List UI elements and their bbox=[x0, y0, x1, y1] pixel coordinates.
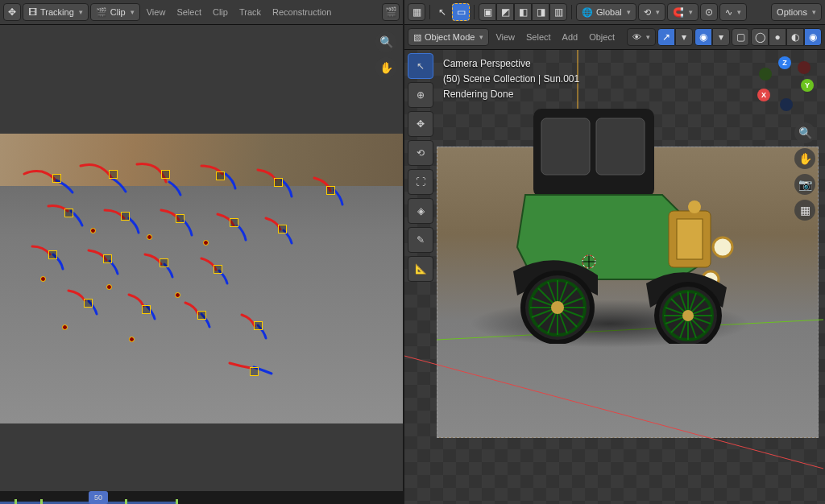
clapper-icon: 🎬 bbox=[96, 7, 107, 18]
menu3d-add[interactable]: Add bbox=[558, 31, 583, 43]
overlay-toggle-icon[interactable]: ◉ bbox=[694, 28, 712, 46]
film-icon: 🎞 bbox=[28, 7, 37, 17]
curve-icon: ∿ bbox=[725, 7, 732, 18]
clip-header: ✥ 🎞 Tracking 🎬 Clip View Select Clip Tra… bbox=[0, 0, 403, 25]
globe-icon: 🌐 bbox=[582, 7, 593, 18]
playhead[interactable]: 50 bbox=[89, 491, 108, 504]
clip-editor-pane: ✥ 🎞 Tracking 🎬 Clip View Select Clip Tra… bbox=[0, 0, 404, 504]
tool-shelf: ↖ ⊕ ✥ ⟲ ⛶ ◈ ✎ 📐 bbox=[408, 53, 433, 282]
svg-point-9 bbox=[713, 238, 732, 257]
overlay-line1: Camera Perspective bbox=[443, 56, 579, 72]
tool-move[interactable]: ✥ bbox=[408, 111, 433, 137]
app-root: ✥ 🎞 Tracking 🎬 Clip View Select Clip Tra… bbox=[0, 0, 825, 504]
svg-point-8 bbox=[688, 200, 701, 213]
clip-float-controls: 🔍 ✋ bbox=[375, 31, 396, 78]
select-mode-group: ▣ ◩ ◧ ◨ ▥ bbox=[479, 3, 567, 21]
tracking-label: Tracking bbox=[40, 7, 74, 17]
menu-clip[interactable]: Clip bbox=[208, 6, 233, 19]
menu-track[interactable]: Track bbox=[234, 6, 266, 19]
overlay-line2: (50) Scene Collection | Sun.001 bbox=[443, 72, 579, 87]
gizmo-toggle-icon[interactable]: ↗ bbox=[657, 28, 675, 46]
overlay-dropdown[interactable]: ▾ bbox=[712, 28, 730, 46]
svg-rect-5 bbox=[596, 118, 645, 175]
viewport-header: ▦ ↖ ▭ ▣ ◩ ◧ ◨ ▥ 🌐 Global ⟲ 🧲 ⊙ ∿ Options bbox=[404, 0, 825, 25]
gizmo-dropdown[interactable]: ▾ bbox=[675, 28, 693, 46]
menu3d-select[interactable]: Select bbox=[521, 31, 556, 43]
tool-select[interactable]: ↖ bbox=[408, 53, 433, 79]
solid-icon[interactable]: ● bbox=[769, 28, 786, 46]
svg-rect-7 bbox=[677, 219, 703, 259]
mode-dropdown[interactable]: ▧ Object Mode bbox=[408, 28, 489, 46]
gizmo-z-label: Z bbox=[782, 59, 787, 67]
zoom-icon[interactable]: 🔍 bbox=[375, 31, 396, 52]
menu-reconstruction[interactable]: Reconstruction bbox=[267, 6, 336, 19]
menu3d-object[interactable]: Object bbox=[584, 31, 620, 43]
rendered-icon[interactable]: ◉ bbox=[804, 28, 822, 46]
nav-controls: 🔍 ✋ 📷 ▦ bbox=[794, 122, 815, 221]
gizmo-x-label: X bbox=[761, 91, 766, 99]
clip-viewport[interactable]: 🔍 ✋ bbox=[0, 25, 403, 491]
shading-group: ◯ ● ◐ ◉ bbox=[751, 28, 822, 46]
viewport-header-2: ▧ Object Mode View Select Add Object 👁 ↗… bbox=[404, 25, 825, 50]
nav-gizmo[interactable]: Z Y X bbox=[756, 56, 814, 114]
camera-view-icon[interactable]: 📷 bbox=[794, 174, 815, 195]
persp-toggle-icon[interactable]: ▦ bbox=[794, 200, 815, 221]
zoom-3d-icon[interactable]: 🔍 bbox=[794, 122, 815, 143]
tool-annotate[interactable]: ✎ bbox=[408, 227, 433, 253]
mode-label: Object Mode bbox=[425, 32, 475, 42]
menu-select[interactable]: Select bbox=[172, 6, 206, 19]
overlay-line3: Rendering Done bbox=[443, 87, 579, 102]
editor-type-icon[interactable]: ✥ bbox=[3, 3, 21, 21]
menu-view[interactable]: View bbox=[142, 6, 171, 19]
cursor-tool-icon[interactable]: ↖ bbox=[434, 4, 450, 20]
select-subtract-icon[interactable]: ◨ bbox=[532, 3, 549, 21]
orientation-label: Global bbox=[596, 7, 622, 17]
magnet-icon: 🧲 bbox=[673, 7, 684, 18]
current-frame-label: 50 bbox=[94, 494, 102, 502]
tool-transform[interactable]: ◈ bbox=[408, 198, 433, 224]
clip-timeline[interactable]: 50 bbox=[0, 491, 403, 504]
select-new-icon[interactable]: ▥ bbox=[549, 3, 567, 21]
pan-icon[interactable]: ✋ bbox=[375, 57, 396, 78]
select-invert-icon[interactable]: ◩ bbox=[496, 3, 514, 21]
proportional-falloff[interactable]: ∿ bbox=[719, 3, 747, 21]
overlay-info: Camera Perspective (50) Scene Collection… bbox=[443, 56, 579, 103]
wireframe-icon[interactable]: ◯ bbox=[751, 28, 769, 46]
pivot-dropdown[interactable]: ⟲ bbox=[638, 3, 665, 21]
tool-cursor[interactable]: ⊕ bbox=[408, 82, 433, 108]
cube-icon: ▧ bbox=[413, 32, 421, 43]
viewport-pane: ▦ ↖ ▭ ▣ ◩ ◧ ◨ ▥ 🌐 Global ⟲ 🧲 ⊙ ∿ Options bbox=[404, 0, 825, 504]
clip-label: Clip bbox=[110, 7, 126, 17]
matprev-icon[interactable]: ◐ bbox=[786, 28, 804, 46]
menu3d-view[interactable]: View bbox=[491, 31, 520, 43]
viewport-3d[interactable]: ↖ ⊕ ✥ ⟲ ⛶ ◈ ✎ 📐 Camera Perspective (50) … bbox=[404, 50, 825, 504]
cursor3d-icon bbox=[580, 253, 598, 271]
editor-type-3d-icon[interactable]: ▦ bbox=[408, 3, 425, 21]
tool-scale[interactable]: ⛶ bbox=[408, 169, 433, 195]
pan-3d-icon[interactable]: ✋ bbox=[794, 148, 815, 169]
tracking-dropdown[interactable]: 🎞 Tracking bbox=[23, 3, 89, 21]
select-intersect-icon[interactable]: ◧ bbox=[514, 3, 532, 21]
options-dropdown[interactable]: Options bbox=[771, 3, 822, 21]
svg-point-34 bbox=[682, 310, 694, 321]
svg-rect-4 bbox=[541, 118, 590, 175]
clip-dropdown[interactable]: 🎬 Clip bbox=[90, 3, 140, 21]
visibility-dropdown[interactable]: 👁 bbox=[627, 28, 656, 46]
select-all-icon[interactable]: ▣ bbox=[479, 3, 496, 21]
orientation-dropdown[interactable]: 🌐 Global bbox=[576, 3, 636, 21]
gizmo-y-label: Y bbox=[805, 81, 810, 89]
pivot-icon: ⟲ bbox=[644, 7, 651, 18]
tool-rotate[interactable]: ⟲ bbox=[408, 140, 433, 166]
proportional-icon[interactable]: ⊙ bbox=[700, 3, 718, 21]
box-select-icon[interactable]: ▭ bbox=[452, 3, 470, 21]
filmstrip-icon[interactable]: 🎬 bbox=[382, 3, 400, 21]
car-model bbox=[485, 86, 735, 344]
svg-point-22 bbox=[551, 301, 564, 314]
snap-dropdown[interactable]: 🧲 bbox=[667, 3, 699, 21]
tool-measure[interactable]: 📐 bbox=[408, 256, 433, 282]
xray-icon[interactable]: ▢ bbox=[732, 28, 749, 46]
